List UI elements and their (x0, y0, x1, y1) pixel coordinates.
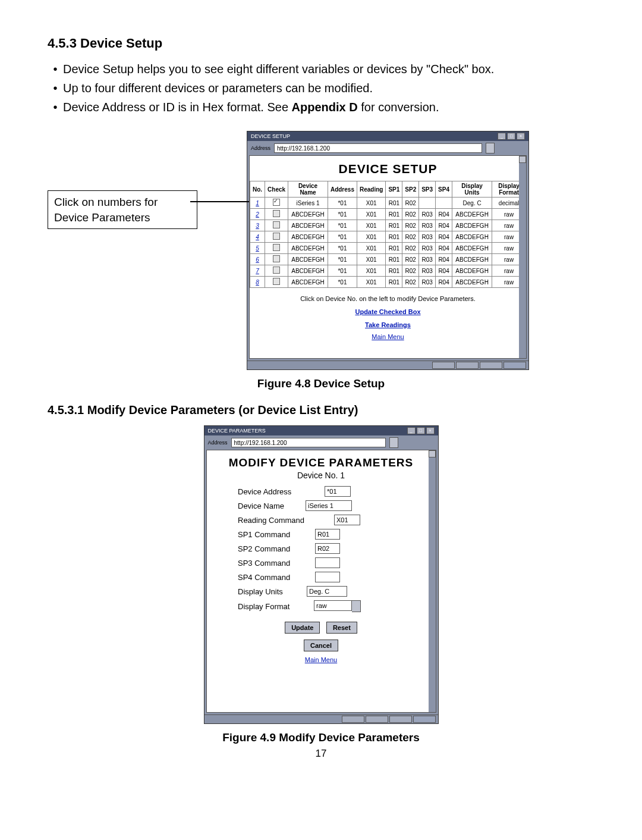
check-box[interactable] (273, 255, 280, 262)
cell-reading: X01 (357, 265, 385, 277)
cell-sp1: R01 (386, 265, 402, 277)
check-box[interactable] (273, 233, 280, 240)
table-row: 6ABCDEFGH*01X01R01R02R03R04ABCDEFGHraw (250, 254, 526, 265)
cell-sp3: R03 (419, 243, 436, 254)
subsection-heading: 4.5.3.1 Modify Device Parameters (or Dev… (48, 403, 594, 417)
reading-cmd-input[interactable]: X01 (334, 515, 360, 525)
table-header: SP3 (419, 181, 436, 198)
sp4-input[interactable] (315, 572, 340, 582)
device-address-input[interactable]: *01 (325, 486, 351, 497)
take-readings-link[interactable]: Take Readings (250, 321, 526, 328)
display-units-label: Display Units (238, 587, 303, 596)
table-header: Check (265, 181, 288, 198)
cell-sp4: R04 (436, 220, 452, 231)
cell-sp2: R02 (402, 265, 419, 277)
cancel-button[interactable]: Cancel (304, 640, 338, 651)
sp2-label: SP2 Command (238, 544, 311, 553)
display-units-input[interactable]: Deg. C (307, 586, 347, 597)
cell-device-name: ABCDEFGH (288, 265, 328, 277)
maximize-icon[interactable]: □ (417, 427, 425, 434)
cell-address: *01 (328, 265, 357, 277)
cell-units: ABCDEFGH (452, 220, 492, 231)
device-no-link[interactable]: 8 (256, 279, 259, 286)
scrollbar[interactable] (519, 156, 526, 358)
cell-sp2: R02 (402, 277, 419, 288)
table-row: 5ABCDEFGH*01X01R01R02R03R04ABCDEFGHraw (250, 243, 526, 254)
check-box[interactable] (273, 267, 280, 274)
table-instruction: Click on Device No. on the left to modif… (250, 295, 526, 302)
update-checked-link[interactable]: Update Checked Box (250, 308, 526, 315)
check-box[interactable] (273, 210, 280, 217)
cell-sp2: R02 (402, 254, 419, 265)
device-no-link[interactable]: 5 (256, 245, 259, 252)
page-title: MODIFY DEVICE PARAMETERS (207, 456, 436, 469)
update-button[interactable]: Update (285, 622, 320, 634)
sp2-input[interactable]: R02 (315, 543, 340, 554)
cell-sp1: R01 (386, 277, 402, 288)
cell-address: *01 (328, 220, 357, 231)
modify-form: Device Address *01 Device Name iSeries 1… (238, 486, 404, 612)
cell-units: ABCDEFGH (452, 265, 492, 277)
cell-units: ABCDEFGH (452, 243, 492, 254)
main-menu-link[interactable]: Main Menu (250, 333, 526, 340)
address-input[interactable]: http://192.168.1.200 (274, 143, 482, 153)
sp1-label: SP1 Command (238, 530, 311, 539)
device-no-link[interactable]: 6 (256, 256, 259, 263)
device-no-link[interactable]: 7 (256, 268, 259, 274)
cell-address: *01 (328, 243, 357, 254)
table-header: No. (250, 181, 265, 198)
cell-sp2: R02 (402, 198, 419, 209)
device-no-link[interactable]: 2 (256, 211, 259, 218)
maximize-icon[interactable]: □ (507, 133, 515, 140)
status-bar (247, 361, 528, 369)
device-no-link[interactable]: 1 (256, 200, 259, 206)
close-icon[interactable]: × (517, 133, 525, 140)
cell-sp2: R02 (402, 243, 419, 254)
table-row: 1iSeries 1*01X01R01R02Deg. Cdecimal (250, 198, 526, 209)
reading-cmd-label: Reading Command (238, 516, 331, 525)
cell-sp3: R03 (419, 277, 436, 288)
cell-sp1: R01 (386, 198, 402, 209)
bullet-1: Device Setup helps you to see eight diff… (63, 59, 494, 79)
device-no-link[interactable]: 3 (256, 222, 259, 229)
table-header: SP2 (402, 181, 419, 198)
chevron-down-icon[interactable] (352, 600, 361, 612)
main-menu-link[interactable]: Main Menu (207, 656, 436, 663)
check-box[interactable] (273, 278, 280, 285)
check-box[interactable] (273, 221, 280, 228)
callout-leader-line (190, 201, 253, 202)
device-name-label: Device Name (238, 502, 302, 510)
address-dropdown-icon[interactable] (486, 143, 495, 153)
check-box[interactable] (273, 199, 280, 206)
scrollbar[interactable] (429, 450, 436, 712)
cell-device-name: ABCDEFGH (288, 243, 328, 254)
sp3-input[interactable] (315, 557, 340, 568)
cell-units: ABCDEFGH (452, 254, 492, 265)
cell-sp4 (436, 198, 452, 209)
table-row: 3ABCDEFGH*01X01R01R02R03R04ABCDEFGHraw (250, 220, 526, 231)
reset-button[interactable]: Reset (326, 622, 357, 634)
cell-sp1: R01 (386, 243, 402, 254)
sp1-input[interactable]: R01 (315, 529, 340, 540)
cell-sp1: R01 (386, 231, 402, 243)
address-input[interactable]: http://192.168.1.200 (231, 438, 386, 447)
display-format-select[interactable]: raw (314, 600, 361, 612)
sp4-label: SP4 Command (238, 573, 311, 582)
device-address-label: Device Address (238, 487, 321, 496)
address-dropdown-icon[interactable] (389, 437, 398, 448)
minimize-icon[interactable]: _ (498, 133, 506, 140)
display-format-label: Display Format (238, 602, 310, 611)
cell-sp1: R01 (386, 209, 402, 220)
figure-4-9-caption: Figure 4.9 Modify Device Parameters (48, 731, 594, 744)
cell-device-name: ABCDEFGH (288, 277, 328, 288)
cell-sp4: R04 (436, 231, 452, 243)
cell-sp3: R03 (419, 265, 436, 277)
check-box[interactable] (273, 244, 280, 251)
cell-reading: X01 (357, 277, 385, 288)
cell-sp3 (419, 198, 436, 209)
close-icon[interactable]: × (426, 427, 435, 434)
device-name-input[interactable]: iSeries 1 (306, 500, 352, 511)
cell-reading: X01 (357, 254, 385, 265)
minimize-icon[interactable]: _ (407, 427, 416, 434)
device-no-link[interactable]: 4 (256, 234, 259, 240)
